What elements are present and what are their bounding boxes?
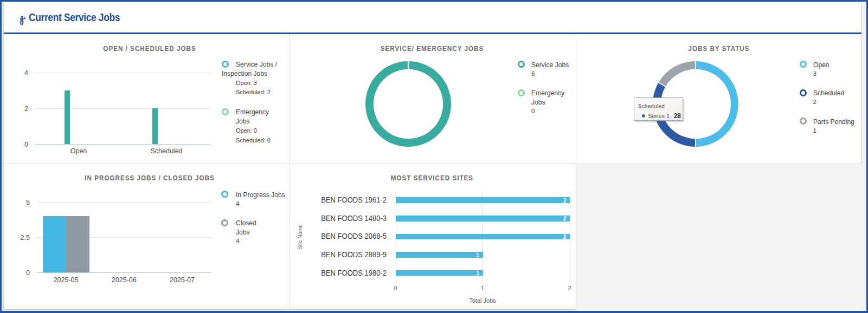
open-legend-ring-icon bbox=[800, 61, 807, 68]
legend-stat-open: Open: 3 bbox=[236, 79, 283, 88]
legend-value: 1 bbox=[813, 127, 858, 134]
panel-title-inprogress-closed-jobs: IN PROGRESS JOBS / CLOSED JOBS bbox=[18, 174, 281, 182]
service-emergency-donut bbox=[364, 60, 452, 148]
bar-closed-jobs-2025-05[interactable] bbox=[66, 216, 89, 272]
y-tick-label: 0 bbox=[7, 141, 28, 148]
legend-label: Jobs bbox=[531, 97, 564, 107]
legend-value: 2 bbox=[813, 98, 846, 106]
panel-title-most-serviced-sites: MOST SERVICED SITES bbox=[301, 174, 563, 182]
legend-value: 4 bbox=[236, 237, 258, 245]
legend-service-jobs[interactable]: Service Jobs 6 bbox=[518, 60, 577, 77]
chart-tooltip: Scheduled Series 1 : 28 bbox=[634, 97, 683, 121]
tooltip-series-dot-icon bbox=[642, 114, 645, 118]
legend-value: 4 bbox=[236, 200, 289, 207]
legend-in-progress-jobs[interactable]: In Progress Jobs 4 bbox=[221, 190, 289, 207]
empty-panel bbox=[576, 164, 862, 310]
bar-value-label: 2 bbox=[558, 197, 567, 204]
y-tick-label: 2.5 bbox=[8, 234, 30, 242]
donut-segment-parts-pending[interactable] bbox=[659, 61, 695, 86]
bar-ben-foods-2889-9[interactable] bbox=[396, 252, 483, 258]
legend-label: Service Jobs / bbox=[236, 60, 277, 69]
gridline bbox=[35, 73, 210, 73]
x-tick-label: 0 bbox=[385, 285, 407, 291]
bar-value-label: 2 bbox=[558, 215, 567, 221]
widget-title: Current Service Jobs bbox=[29, 11, 120, 24]
x-category-label: 2025-07 bbox=[144, 276, 220, 284]
service-jobs-legend-ring-icon bbox=[222, 61, 229, 68]
bar-value-label: 1 bbox=[471, 270, 479, 276]
gridline bbox=[35, 144, 210, 145]
site-label: BEN FOODS 2068-5 bbox=[286, 232, 387, 240]
x-tick-label: 1 bbox=[472, 285, 493, 291]
panel-title-open-scheduled-jobs: OPEN / SCHEDULED JOBS bbox=[18, 45, 281, 53]
legend-value: 0 bbox=[531, 107, 567, 115]
emergency-jobs-legend-ring-icon bbox=[518, 89, 525, 96]
y-tick-label: 4 bbox=[7, 69, 28, 77]
scheduled-legend-ring-icon bbox=[800, 89, 807, 96]
emergency-jobs-legend-ring-icon bbox=[222, 108, 229, 115]
current-service-jobs-widget: Current Service Jobs OPEN / SCHEDULED JO… bbox=[3, 2, 862, 310]
bar-value-label: 1 bbox=[471, 252, 479, 258]
legend-emergency-jobs-donut[interactable]: Emergency Jobs 0 bbox=[518, 88, 577, 115]
x-tick-label: 2 bbox=[559, 285, 581, 291]
site-label: BEN FOODS 1480-3 bbox=[286, 214, 387, 223]
x-category-label: Open bbox=[41, 147, 117, 155]
tooltip-value: 28 bbox=[674, 112, 681, 120]
site-label: BEN FOODS 2889-9 bbox=[286, 250, 387, 259]
legend-label: Open bbox=[813, 60, 830, 69]
y-tick-label: 5 bbox=[8, 199, 30, 206]
bar-ben-foods-2068-5[interactable] bbox=[396, 234, 570, 240]
row-divider bbox=[4, 164, 863, 164]
tooltip-category: Scheduled bbox=[638, 103, 665, 109]
in-progress-jobs-legend-ring-icon bbox=[221, 191, 228, 198]
legend-open[interactable]: Open 3 bbox=[800, 60, 865, 77]
donut-segment-service-jobs[interactable] bbox=[365, 61, 451, 147]
legend-label: Inspection Jobs bbox=[222, 69, 267, 78]
legend-label: Scheduled bbox=[813, 88, 844, 97]
legend-emergency-jobs[interactable]: Emergency Jobs Open: 0 Scheduled: 0 bbox=[222, 107, 292, 146]
legend-label: Service Jobs bbox=[531, 60, 569, 69]
y-tick-label: 2 bbox=[7, 105, 28, 113]
gridline bbox=[35, 108, 210, 109]
technician-icon bbox=[18, 15, 27, 25]
legend-closed-jobs[interactable]: Closed Jobs 4 bbox=[221, 218, 289, 245]
legend-scheduled[interactable]: Scheduled 2 bbox=[800, 88, 865, 106]
donut-segment-open[interactable] bbox=[696, 61, 738, 147]
parts-pending-legend-ring-icon bbox=[800, 118, 807, 125]
legend-value: 3 bbox=[813, 70, 831, 77]
bar-in-progress-jobs-2025-05[interactable] bbox=[43, 216, 66, 272]
legend-label: In Progress Jobs bbox=[236, 190, 285, 199]
legend-label: Emergency bbox=[531, 88, 564, 97]
x-category-label: Scheduled bbox=[128, 147, 204, 155]
tooltip-series-label: Series 1 : bbox=[648, 113, 673, 119]
gridline bbox=[37, 202, 211, 203]
legend-label: Closed bbox=[236, 218, 256, 227]
legend-label: Jobs bbox=[236, 116, 269, 126]
tooltip-series-row: Series 1 : 28 bbox=[642, 112, 681, 120]
widget-header: Current Service Jobs bbox=[4, 2, 861, 32]
bar-ben-foods-1961-2[interactable] bbox=[396, 197, 570, 203]
legend-stat-scheduled: Scheduled: 0 bbox=[236, 136, 271, 146]
bar-service-jobs-inspection-jobs-open[interactable] bbox=[65, 90, 70, 144]
panel-title-jobs-by-status: JOBS BY STATUS bbox=[588, 45, 850, 53]
legend-service-inspection-jobs[interactable]: Service Jobs / Inspection Jobs Open: 3 S… bbox=[222, 60, 286, 98]
bar-ben-foods-1480-3[interactable] bbox=[396, 216, 570, 221]
site-label: BEN FOODS 1980-2 bbox=[286, 269, 387, 277]
legend-stat-scheduled: Scheduled: 2 bbox=[236, 88, 283, 97]
closed-jobs-legend-ring-icon bbox=[221, 219, 228, 226]
bar-ben-foods-1980-2[interactable] bbox=[396, 270, 483, 276]
legend-value: 6 bbox=[531, 70, 571, 77]
legend-label: Jobs bbox=[236, 227, 256, 237]
panel-title-service-emergency-jobs: SERVICE/ EMERGENCY JOBS bbox=[301, 45, 563, 53]
site-label: BEN FOODS 1961-2 bbox=[286, 195, 387, 204]
legend-parts-pending[interactable]: Parts Pending 1 bbox=[800, 117, 865, 134]
x-axis-title-total-jobs: Total Jobs bbox=[455, 297, 510, 304]
bar-service-jobs-inspection-jobs-scheduled[interactable] bbox=[152, 108, 158, 144]
legend-label: Emergency bbox=[236, 107, 269, 116]
header-divider bbox=[4, 32, 861, 34]
y-tick-label: 0 bbox=[8, 269, 30, 277]
legend-stat-open: Open: 0 bbox=[236, 126, 271, 136]
legend-label: Parts Pending bbox=[813, 117, 854, 126]
service-jobs-legend-ring-icon bbox=[518, 61, 525, 68]
bar-value-label: 2 bbox=[558, 233, 567, 240]
